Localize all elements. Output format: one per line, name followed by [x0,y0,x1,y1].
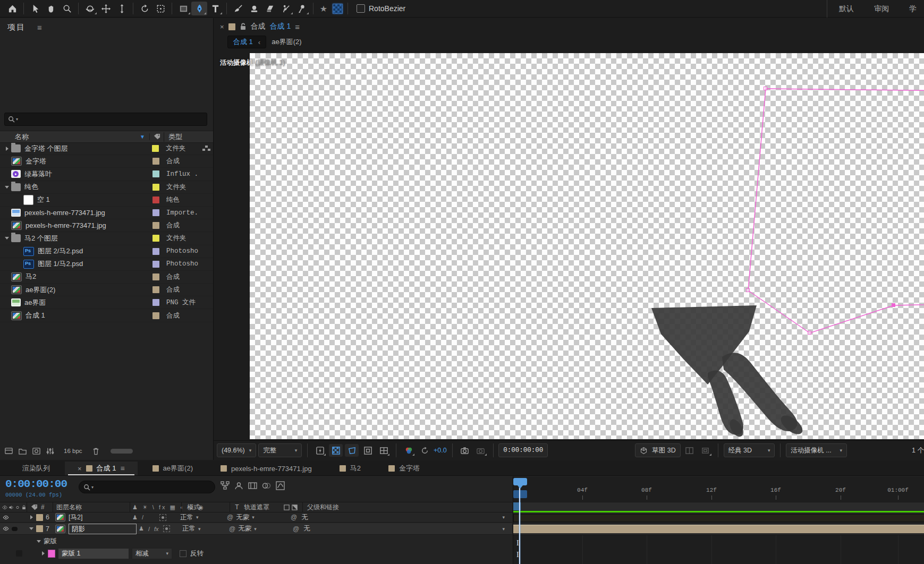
label-color-chip[interactable] [152,222,159,229]
mask-invert-checkbox[interactable] [180,550,187,557]
playhead-handle[interactable] [513,478,527,485]
rasterize-icon[interactable] [159,514,166,521]
project-item-row[interactable]: 图层 2/马2.psd Photosho [0,245,213,258]
mask-row[interactable]: 蒙版 1 相减▾ 反转 [0,548,512,559]
fast-previews-icon[interactable] [313,444,327,457]
parent-dropdown[interactable]: @无▾ [286,513,512,522]
interpret-footage-icon[interactable] [4,447,13,456]
rotobezier-option[interactable]: RotoBezier [357,4,405,13]
mask-color-chip[interactable] [48,550,55,558]
layer-name[interactable]: [马2] [69,513,130,522]
pen-tool[interactable] [191,2,207,15]
label-color-chip[interactable] [152,235,159,242]
layer-name-editing[interactable]: 阴影 [69,524,137,534]
label-color-chip[interactable] [152,184,159,191]
exposure-value[interactable]: +0.0 [434,447,447,454]
lock-column-icon[interactable] [21,504,27,511]
mini-flowchart-icon[interactable] [220,481,230,491]
timeline-tab[interactable]: × 金字塔 ≡ [376,462,433,475]
shy-icon[interactable]: ♟ [132,514,138,521]
home-icon[interactable] [4,2,20,15]
quality-icon[interactable]: / [148,526,150,532]
quality-icon[interactable]: / [142,514,143,520]
brush-tool[interactable] [230,2,246,15]
frame-blending-icon[interactable] [248,481,258,491]
show-snapshot-icon[interactable] [474,444,488,457]
adjustment-icon[interactable] [46,447,55,456]
workspace-item[interactable]: 审阅 [874,4,889,14]
preview-time-display[interactable]: 0:00:00:00 [498,443,548,457]
renderer-dropdown[interactable]: 经典 3D▾ [724,443,775,457]
layer-6-track[interactable] [513,512,924,523]
eye-icon[interactable] [2,526,10,532]
eye-icon[interactable] [2,515,10,520]
mask-name[interactable]: 蒙版 1 [58,549,129,559]
search-filter-caret-icon[interactable]: ▾ [91,485,94,490]
draft-3d-button[interactable]: 草图 3D [635,443,680,457]
layer-6-duration-bar[interactable] [513,514,924,522]
project-item-row[interactable]: 纯色 文件夹 [0,181,213,194]
rotobezier-checkbox[interactable] [357,4,365,13]
layer-expander-icon[interactable] [27,515,36,519]
label-color-chip[interactable] [152,286,159,293]
project-item-row[interactable]: 金字塔 个图层 文件夹 [0,142,213,155]
guides-grid-icon[interactable] [377,444,391,457]
breadcrumb-parent[interactable]: ae界面(2) [272,37,301,47]
column-label[interactable] [149,133,164,140]
project-item-row[interactable]: 合成 1 合成 [0,309,213,322]
label-tag-icon[interactable] [31,504,38,511]
column-type[interactable]: 类型 [164,132,213,142]
label-color-chip[interactable] [152,196,159,203]
workspace-item[interactable]: 默认 [839,4,854,14]
shy-master-icon[interactable] [234,481,244,491]
column-layer-name[interactable]: 图层名称 [53,503,130,512]
column-preserve-transparency[interactable]: T [230,503,244,511]
column-number[interactable]: # [41,503,53,511]
label-color-chip[interactable] [152,299,159,306]
snapshot-camera-icon[interactable] [458,444,472,457]
channel-rgb-icon[interactable] [402,444,416,457]
close-icon[interactable]: × [220,23,224,31]
horizontal-scrollbar-thumb[interactable] [111,449,133,454]
current-time-display[interactable]: 0:00:00:00 [5,478,67,490]
column-name[interactable]: 名称 ▼ [0,132,149,142]
label-color-chip[interactable] [152,312,159,319]
snapping-grid-icon[interactable] [330,2,344,15]
current-time-indicator-line[interactable] [519,485,520,564]
breadcrumb-current[interactable]: 合成 1 ‹ [227,36,266,48]
project-item-row[interactable]: 马2 合成 [0,271,213,284]
label-color-chip[interactable] [152,248,159,255]
magnification-dropdown[interactable]: (49.6%)▾ [217,443,256,457]
audio-column-icon[interactable] [9,504,14,511]
search-filter-caret-icon[interactable]: ▾ [16,117,18,122]
project-item-row[interactable]: 金字塔 合成 [0,155,213,168]
timeline-search-box[interactable]: ▾ [79,481,215,493]
new-folder-icon[interactable] [18,447,27,456]
expander-icon[interactable] [3,237,11,240]
motion-blur-icon[interactable] [261,481,272,491]
pickwhip-icon[interactable]: @ [229,525,235,533]
blend-mode-dropdown[interactable]: 正常▾ [175,513,227,522]
panel-menu-icon[interactable]: ≡ [120,464,124,473]
eye-column-icon[interactable] [2,504,7,511]
timeline-tab[interactable]: × pexels-h-emre-773471.jpg ≡ [208,462,325,475]
column-mode[interactable]: 模式 [182,503,230,512]
timeline-search-input[interactable] [95,483,210,491]
label-color-chip[interactable] [152,158,159,165]
masks-group-row[interactable]: 蒙版 [0,536,512,546]
timeline-tab[interactable]: × 马2 ≡ [327,462,374,475]
graph-editor-icon[interactable] [275,481,285,491]
timeline-tab[interactable]: × 渲染队列 ≡ [10,462,63,475]
pickwhip-icon[interactable]: @ [227,514,233,521]
project-item-row[interactable]: 马2 个图层 文件夹 [0,232,213,245]
type-tool[interactable] [207,2,223,15]
color-depth-button[interactable]: 16 bpc [64,448,82,454]
work-area-bar[interactable] [513,502,924,511]
exposure-reset-icon[interactable] [418,444,431,457]
label-color-chip[interactable] [152,274,159,280]
group-expander-icon[interactable] [34,540,44,543]
pixel-aspect-icon[interactable] [699,444,713,457]
pickwhip-icon[interactable]: @ [291,514,297,521]
dolly-camera-tool[interactable] [114,2,130,15]
column-parent-link[interactable]: 父级和链接 [303,503,512,512]
